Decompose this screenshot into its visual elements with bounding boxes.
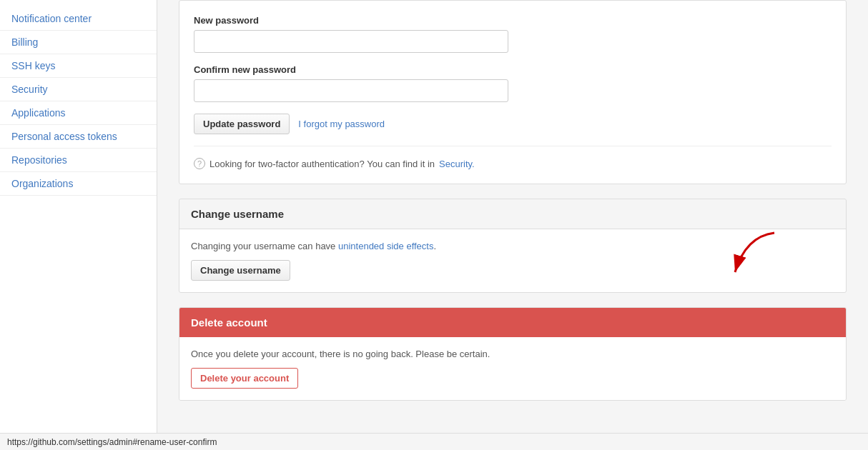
change-username-section: Change username Changing your username c… — [179, 199, 847, 293]
delete-account-body: Once you delete your account, there is n… — [179, 337, 846, 400]
status-url: https://github.com/settings/admin#rename… — [7, 437, 217, 447]
question-icon: ? — [194, 158, 205, 169]
two-factor-text: Looking for two-factor authentication? Y… — [209, 159, 435, 169]
sidebar-item-notification-center[interactable]: Notification center — [0, 7, 157, 31]
confirm-password-group: Confirm new password — [194, 64, 832, 102]
two-factor-note: ? Looking for two-factor authentication?… — [194, 158, 832, 169]
main-content: New password Confirm new password Update… — [157, 0, 868, 450]
sidebar: Notification center Billing SSH keys Sec… — [0, 0, 157, 450]
sidebar-item-personal-access-tokens[interactable]: Personal access tokens — [0, 125, 157, 149]
forgot-password-link[interactable]: I forgot my password — [298, 119, 385, 129]
new-password-input[interactable] — [194, 30, 508, 53]
sidebar-item-applications[interactable]: Applications — [0, 101, 157, 125]
change-username-header: Change username — [179, 199, 846, 229]
update-password-button[interactable]: Update password — [194, 114, 290, 134]
change-username-body: Changing your username can have unintend… — [179, 229, 846, 292]
sidebar-item-security[interactable]: Security — [0, 78, 157, 101]
password-form-actions: Update password I forgot my password — [194, 114, 832, 134]
side-effects-text-before: Changing your username can have — [191, 241, 335, 251]
side-effects-link[interactable]: unintended side effects — [338, 241, 433, 251]
side-effects-text-after: . — [433, 241, 436, 251]
delete-warning-text: Once you delete your account, there is n… — [191, 349, 834, 359]
delete-account-title: Delete account — [191, 316, 267, 329]
change-username-button[interactable]: Change username — [191, 260, 290, 281]
sidebar-item-billing[interactable]: Billing — [0, 31, 157, 54]
delete-account-button[interactable]: Delete your account — [191, 368, 298, 389]
delete-account-section: Delete account Once you delete your acco… — [179, 307, 847, 401]
password-divider — [194, 146, 832, 146]
sidebar-item-repositories[interactable]: Repositories — [0, 149, 157, 172]
confirm-password-label: Confirm new password — [194, 64, 832, 75]
security-link[interactable]: Security. — [439, 159, 475, 169]
password-section: New password Confirm new password Update… — [179, 0, 847, 184]
sidebar-item-ssh-keys[interactable]: SSH keys — [0, 54, 157, 78]
new-password-label: New password — [194, 15, 832, 26]
status-bar: https://github.com/settings/admin#rename… — [0, 433, 868, 450]
arrow-annotation — [703, 229, 789, 289]
sidebar-item-organizations[interactable]: Organizations — [0, 172, 157, 196]
confirm-password-input[interactable] — [194, 79, 508, 102]
new-password-group: New password — [194, 15, 832, 53]
change-username-title: Change username — [191, 208, 284, 220]
side-effects-description: Changing your username can have unintend… — [191, 241, 834, 251]
delete-account-header: Delete account — [179, 308, 846, 337]
